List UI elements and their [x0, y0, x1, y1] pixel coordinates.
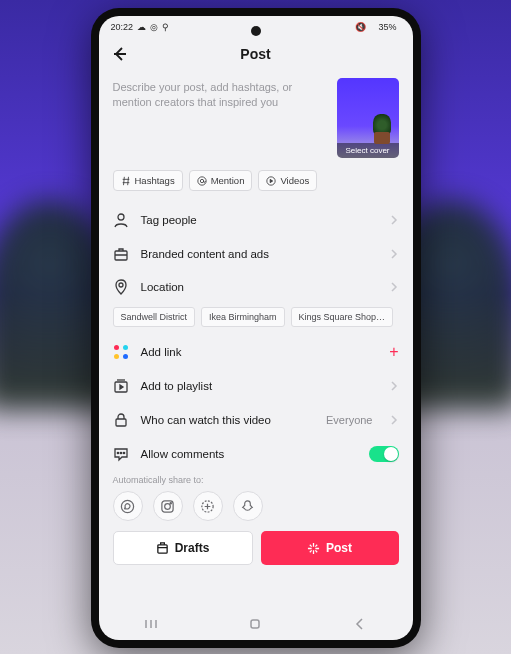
- caption-input[interactable]: Describe your post, add hashtags, or men…: [113, 78, 327, 158]
- post-sparkle-icon: [307, 542, 320, 555]
- chevron-right-icon: [389, 211, 399, 229]
- row-label: Location: [141, 281, 377, 293]
- chip-label: Mention: [211, 175, 245, 186]
- chevron-right-icon: [389, 411, 399, 429]
- chevron-right-icon: [389, 278, 399, 296]
- share-story-icon[interactable]: [193, 491, 223, 521]
- drafts-icon: [156, 542, 169, 555]
- nav-back-button[interactable]: [353, 617, 367, 635]
- row-label: Tag people: [141, 214, 377, 226]
- location-row[interactable]: Location: [113, 271, 399, 303]
- comment-icon: [113, 446, 129, 462]
- comments-toggle[interactable]: [369, 446, 399, 462]
- screen: 20:22 ☁ ◎ ⚲ 🔇 35%: [99, 16, 413, 640]
- back-button[interactable]: [109, 44, 129, 64]
- svg-rect-15: [116, 419, 126, 426]
- svg-rect-25: [251, 620, 259, 628]
- svg-point-16: [117, 452, 118, 453]
- status-time: 20:22: [111, 22, 134, 32]
- row-label: Who can watch this video: [141, 414, 315, 426]
- share-instagram-icon[interactable]: [153, 491, 183, 521]
- svg-point-21: [165, 503, 171, 509]
- allow-comments-row[interactable]: Allow comments: [113, 437, 399, 471]
- button-label: Post: [326, 541, 352, 555]
- share-snapchat-icon[interactable]: [233, 491, 263, 521]
- phone-frame: 20:22 ☁ ◎ ⚲ 🔇 35%: [91, 8, 421, 648]
- svg-point-9: [200, 179, 203, 182]
- lock-icon: [113, 412, 129, 428]
- share-to-label: Automatically share to:: [113, 475, 399, 485]
- cover-label: Select cover: [337, 143, 399, 158]
- post-button[interactable]: Post: [261, 531, 399, 565]
- svg-point-18: [123, 452, 124, 453]
- row-label: Allow comments: [141, 448, 357, 460]
- svg-point-11: [118, 214, 124, 220]
- add-link-row[interactable]: Add link +: [113, 335, 399, 369]
- location-pill[interactable]: Kings Square Shop…: [291, 307, 394, 327]
- button-label: Drafts: [175, 541, 210, 555]
- row-label: Add to playlist: [141, 380, 377, 392]
- tag-people-row[interactable]: Tag people: [113, 203, 399, 237]
- weather-icon: ☁: [137, 22, 146, 32]
- location-pill[interactable]: Sandwell District: [113, 307, 196, 327]
- mute-icon: 🔇: [355, 22, 366, 32]
- svg-rect-24: [158, 544, 167, 552]
- videos-chip[interactable]: Videos: [258, 170, 317, 191]
- person-icon: [113, 212, 129, 228]
- location-pill[interactable]: Ikea Birmingham: [201, 307, 285, 327]
- select-cover-button[interactable]: Select cover: [337, 78, 399, 158]
- branded-content-row[interactable]: Branded content and ads: [113, 237, 399, 271]
- svg-point-19: [121, 500, 133, 512]
- link-dots-icon: [113, 344, 129, 360]
- plus-icon: +: [389, 344, 398, 360]
- svg-point-13: [119, 283, 123, 287]
- share-whatsapp-icon[interactable]: [113, 491, 143, 521]
- privacy-row[interactable]: Who can watch this video Everyone: [113, 403, 399, 437]
- status-bar: 20:22 ☁ ◎ ⚲ 🔇 35%: [99, 16, 413, 36]
- svg-point-17: [120, 452, 121, 453]
- drafts-button[interactable]: Drafts: [113, 531, 253, 565]
- chevron-right-icon: [389, 377, 399, 395]
- mention-chip[interactable]: Mention: [189, 170, 253, 191]
- chip-label: Hashtags: [135, 175, 175, 186]
- home-button[interactable]: [248, 617, 262, 635]
- chip-label: Videos: [280, 175, 309, 186]
- location-pin-icon: [113, 279, 129, 295]
- instagram-glyph-icon: ◎: [150, 22, 158, 32]
- header: Post: [99, 36, 413, 72]
- status-battery: 35%: [378, 22, 396, 32]
- briefcase-icon: [113, 246, 129, 262]
- page-title: Post: [240, 46, 270, 62]
- location-glyph-icon: ⚲: [162, 22, 169, 32]
- hashtags-chip[interactable]: Hashtags: [113, 170, 183, 191]
- location-suggestions: Sandwell District Ikea Birmingham Kings …: [113, 303, 399, 335]
- row-label: Branded content and ads: [141, 248, 377, 260]
- svg-point-22: [170, 502, 171, 503]
- add-playlist-row[interactable]: Add to playlist: [113, 369, 399, 403]
- android-navbar: [99, 612, 413, 640]
- row-label: Add link: [141, 346, 378, 358]
- row-value: Everyone: [326, 414, 372, 426]
- recent-apps-button[interactable]: [144, 617, 158, 635]
- chevron-right-icon: [389, 245, 399, 263]
- playlist-icon: [113, 378, 129, 394]
